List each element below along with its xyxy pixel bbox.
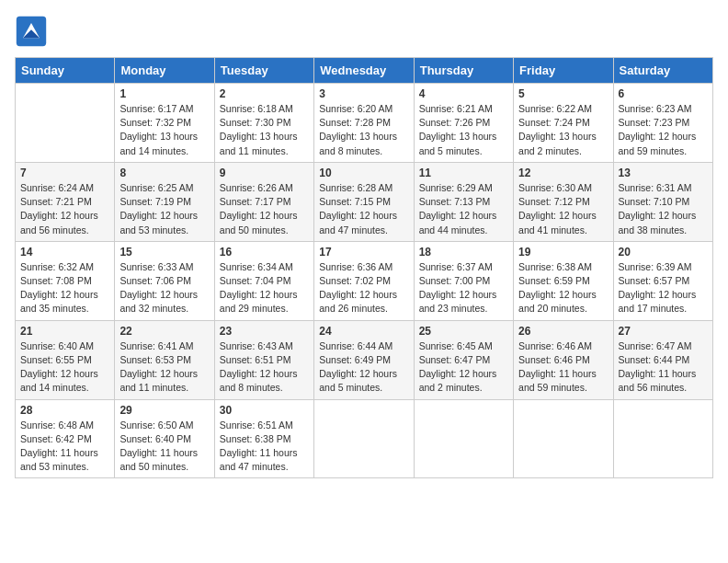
day-info: Sunrise: 6:22 AMSunset: 7:24 PMDaylight:… — [518, 102, 608, 158]
day-number: 2 — [220, 87, 309, 100]
column-header-wednesday: Wednesday — [314, 58, 414, 84]
day-info: Sunrise: 6:51 AMSunset: 6:38 PMDaylight:… — [220, 419, 309, 475]
day-info: Sunrise: 6:39 AMSunset: 6:57 PMDaylight:… — [619, 260, 708, 316]
day-number: 21 — [20, 325, 109, 338]
day-info: Sunrise: 6:29 AMSunset: 7:13 PMDaylight:… — [419, 181, 508, 237]
calendar-cell: 3Sunrise: 6:20 AMSunset: 7:28 PMDaylight… — [314, 84, 414, 163]
page-header — [15, 15, 713, 48]
day-number: 19 — [518, 246, 608, 259]
day-info: Sunrise: 6:30 AMSunset: 7:12 PMDaylight:… — [518, 181, 608, 237]
day-number: 20 — [619, 246, 708, 259]
day-info: Sunrise: 6:31 AMSunset: 7:10 PMDaylight:… — [619, 181, 708, 237]
calendar-cell: 14Sunrise: 6:32 AMSunset: 7:08 PMDayligh… — [16, 241, 115, 320]
day-info: Sunrise: 6:23 AMSunset: 7:23 PMDaylight:… — [619, 102, 708, 158]
day-info: Sunrise: 6:43 AMSunset: 6:51 PMDaylight:… — [220, 339, 309, 396]
day-number: 11 — [419, 167, 508, 179]
day-info: Sunrise: 6:36 AMSunset: 7:02 PMDaylight:… — [319, 260, 408, 316]
logo-icon — [15, 15, 48, 48]
calendar-cell — [414, 399, 513, 478]
calendar-cell: 21Sunrise: 6:40 AMSunset: 6:55 PMDayligh… — [16, 320, 115, 399]
day-info: Sunrise: 6:41 AMSunset: 6:53 PMDaylight:… — [119, 339, 209, 396]
calendar-cell: 1Sunrise: 6:17 AMSunset: 7:32 PMDaylight… — [115, 84, 214, 163]
calendar-cell: 15Sunrise: 6:33 AMSunset: 7:06 PMDayligh… — [115, 241, 214, 320]
day-number: 25 — [419, 325, 508, 338]
day-number: 7 — [20, 167, 109, 179]
calendar-cell: 17Sunrise: 6:36 AMSunset: 7:02 PMDayligh… — [314, 241, 414, 320]
calendar-cell — [314, 399, 414, 478]
calendar-cell: 19Sunrise: 6:38 AMSunset: 6:59 PMDayligh… — [514, 241, 613, 320]
calendar-week-1: 1Sunrise: 6:17 AMSunset: 7:32 PMDaylight… — [16, 84, 713, 163]
day-number: 5 — [518, 87, 608, 100]
calendar-cell: 6Sunrise: 6:23 AMSunset: 7:23 PMDaylight… — [613, 84, 712, 163]
day-info: Sunrise: 6:45 AMSunset: 6:47 PMDaylight:… — [419, 339, 508, 396]
day-number: 13 — [619, 167, 708, 179]
calendar-week-4: 21Sunrise: 6:40 AMSunset: 6:55 PMDayligh… — [16, 320, 713, 399]
calendar-cell: 27Sunrise: 6:47 AMSunset: 6:44 PMDayligh… — [613, 320, 712, 399]
column-header-monday: Monday — [115, 58, 214, 84]
calendar-cell: 12Sunrise: 6:30 AMSunset: 7:12 PMDayligh… — [514, 162, 613, 241]
calendar-cell: 10Sunrise: 6:28 AMSunset: 7:15 PMDayligh… — [314, 162, 414, 241]
day-info: Sunrise: 6:26 AMSunset: 7:17 PMDaylight:… — [220, 181, 309, 237]
calendar-cell: 26Sunrise: 6:46 AMSunset: 6:46 PMDayligh… — [514, 320, 613, 399]
day-info: Sunrise: 6:48 AMSunset: 6:42 PMDaylight:… — [20, 419, 109, 475]
calendar-cell: 11Sunrise: 6:29 AMSunset: 7:13 PMDayligh… — [414, 162, 513, 241]
calendar-cell: 25Sunrise: 6:45 AMSunset: 6:47 PMDayligh… — [414, 320, 513, 399]
calendar-cell: 29Sunrise: 6:50 AMSunset: 6:40 PMDayligh… — [115, 399, 214, 478]
day-info: Sunrise: 6:46 AMSunset: 6:46 PMDaylight:… — [518, 339, 608, 396]
calendar-cell: 2Sunrise: 6:18 AMSunset: 7:30 PMDaylight… — [214, 84, 313, 163]
calendar-cell: 24Sunrise: 6:44 AMSunset: 6:49 PMDayligh… — [314, 320, 414, 399]
calendar-cell — [514, 399, 613, 478]
day-info: Sunrise: 6:50 AMSunset: 6:40 PMDaylight:… — [119, 419, 209, 475]
calendar-cell — [613, 399, 712, 478]
day-number: 28 — [20, 404, 109, 417]
calendar-cell: 30Sunrise: 6:51 AMSunset: 6:38 PMDayligh… — [214, 399, 313, 478]
day-number: 1 — [119, 87, 209, 100]
calendar-cell: 16Sunrise: 6:34 AMSunset: 7:04 PMDayligh… — [214, 241, 313, 320]
day-info: Sunrise: 6:47 AMSunset: 6:44 PMDaylight:… — [619, 339, 708, 396]
column-header-thursday: Thursday — [414, 58, 513, 84]
calendar-week-3: 14Sunrise: 6:32 AMSunset: 7:08 PMDayligh… — [16, 241, 713, 320]
calendar-cell — [16, 84, 115, 163]
day-info: Sunrise: 6:25 AMSunset: 7:19 PMDaylight:… — [119, 181, 209, 237]
calendar-cell: 20Sunrise: 6:39 AMSunset: 6:57 PMDayligh… — [613, 241, 712, 320]
calendar-week-5: 28Sunrise: 6:48 AMSunset: 6:42 PMDayligh… — [16, 399, 713, 478]
day-info: Sunrise: 6:38 AMSunset: 6:59 PMDaylight:… — [518, 260, 608, 316]
day-number: 22 — [119, 325, 209, 338]
column-header-friday: Friday — [514, 58, 613, 84]
day-number: 4 — [419, 87, 508, 100]
day-number: 24 — [319, 325, 408, 338]
day-number: 29 — [119, 404, 209, 417]
day-number: 15 — [119, 246, 209, 259]
day-number: 8 — [119, 167, 209, 179]
day-info: Sunrise: 6:21 AMSunset: 7:26 PMDaylight:… — [419, 102, 508, 158]
calendar-cell: 13Sunrise: 6:31 AMSunset: 7:10 PMDayligh… — [613, 162, 712, 241]
calendar-cell: 9Sunrise: 6:26 AMSunset: 7:17 PMDaylight… — [214, 162, 313, 241]
column-header-sunday: Sunday — [16, 58, 115, 84]
day-info: Sunrise: 6:37 AMSunset: 7:00 PMDaylight:… — [419, 260, 508, 316]
day-info: Sunrise: 6:20 AMSunset: 7:28 PMDaylight:… — [319, 102, 408, 158]
calendar-cell: 18Sunrise: 6:37 AMSunset: 7:00 PMDayligh… — [414, 241, 513, 320]
calendar-cell: 8Sunrise: 6:25 AMSunset: 7:19 PMDaylight… — [115, 162, 214, 241]
logo — [15, 15, 51, 48]
day-info: Sunrise: 6:28 AMSunset: 7:15 PMDaylight:… — [319, 181, 408, 237]
day-number: 16 — [220, 246, 309, 259]
column-header-tuesday: Tuesday — [214, 58, 313, 84]
calendar-cell: 23Sunrise: 6:43 AMSunset: 6:51 PMDayligh… — [214, 320, 313, 399]
day-number: 3 — [319, 87, 408, 100]
day-number: 9 — [220, 167, 309, 179]
day-number: 14 — [20, 246, 109, 259]
day-info: Sunrise: 6:40 AMSunset: 6:55 PMDaylight:… — [20, 339, 109, 396]
calendar-header-row: SundayMondayTuesdayWednesdayThursdayFrid… — [16, 58, 713, 84]
calendar-cell: 4Sunrise: 6:21 AMSunset: 7:26 PMDaylight… — [414, 84, 513, 163]
calendar-cell: 7Sunrise: 6:24 AMSunset: 7:21 PMDaylight… — [16, 162, 115, 241]
day-info: Sunrise: 6:18 AMSunset: 7:30 PMDaylight:… — [220, 102, 309, 158]
calendar-cell: 28Sunrise: 6:48 AMSunset: 6:42 PMDayligh… — [16, 399, 115, 478]
calendar-table: SundayMondayTuesdayWednesdayThursdayFrid… — [15, 57, 713, 478]
day-info: Sunrise: 6:17 AMSunset: 7:32 PMDaylight:… — [119, 102, 209, 158]
day-info: Sunrise: 6:33 AMSunset: 7:06 PMDaylight:… — [119, 260, 209, 316]
column-header-saturday: Saturday — [613, 58, 712, 84]
day-number: 30 — [220, 404, 309, 417]
day-number: 6 — [619, 87, 708, 100]
calendar-week-2: 7Sunrise: 6:24 AMSunset: 7:21 PMDaylight… — [16, 162, 713, 241]
day-number: 12 — [518, 167, 608, 179]
